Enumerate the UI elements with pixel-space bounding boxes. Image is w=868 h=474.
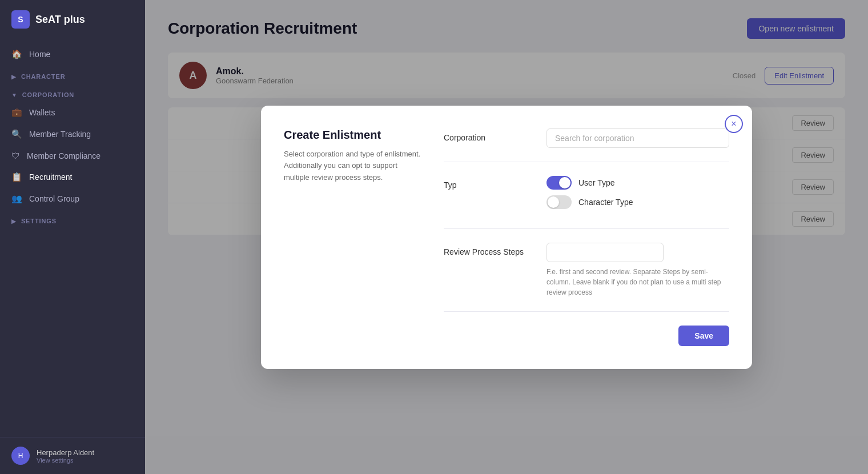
review-steps-field-area: F.e. first and second review. Separate S… <box>546 243 729 298</box>
sidebar-item-home[interactable]: 🏠 Home <box>0 43 145 65</box>
typ-form-group: Typ User Type <box>444 176 729 229</box>
view-settings-link[interactable]: View settings <box>37 457 94 464</box>
create-enlistment-modal: × Create Enlistment Select corporation a… <box>261 106 752 369</box>
review-steps-hint: F.e. first and second review. Separate S… <box>546 267 729 298</box>
modal-close-button[interactable]: × <box>725 115 743 133</box>
review-steps-form-group: Review Process Steps F.e. first and seco… <box>444 243 729 312</box>
sidebar-item-label: Home <box>29 50 50 59</box>
user-type-label: User Type <box>578 178 615 187</box>
character-type-toggle-knob <box>548 196 559 208</box>
sidebar-footer[interactable]: H Herpaderp Aldent View settings <box>0 437 145 474</box>
corporation-arrow-icon: ▼ <box>11 92 18 98</box>
character-section-label[interactable]: ▶ CHARACTER <box>0 65 145 83</box>
sidebar-item-wallets[interactable]: 💼 Wallets <box>0 102 145 123</box>
modal-footer: Save <box>444 326 729 346</box>
save-button[interactable]: Save <box>678 326 729 346</box>
logo-icon: S <box>11 10 30 29</box>
sidebar-item-member-compliance[interactable]: 🛡 Member Compliance <box>0 145 145 166</box>
modal-left-panel: Create Enlistment Select corporation and… <box>284 128 421 346</box>
review-steps-label: Review Process Steps <box>444 243 535 256</box>
corporation-form-group: Corporation <box>444 128 729 162</box>
corporation-search-input[interactable] <box>546 128 729 148</box>
home-icon: 🏠 <box>11 49 22 59</box>
app-logo[interactable]: S SeAT plus <box>0 0 145 39</box>
avatar: H <box>11 447 30 465</box>
modal-overlay[interactable]: × Create Enlistment Select corporation a… <box>145 0 868 474</box>
typ-label: Typ <box>444 176 535 190</box>
sidebar-item-label: Control Group <box>29 194 79 203</box>
corporation-section-text: CORPORATION <box>22 91 74 98</box>
character-section-text: CHARACTER <box>21 73 66 80</box>
user-type-toggle-knob <box>559 177 570 188</box>
recruitment-icon: 📋 <box>11 172 22 182</box>
modal-form: Corporation Typ <box>444 128 729 346</box>
sidebar-nav: 🏠 Home ▶ CHARACTER ▼ CORPORATION 💼 Walle… <box>0 39 145 437</box>
character-arrow-icon: ▶ <box>11 74 17 80</box>
character-type-toggle[interactable] <box>546 195 572 209</box>
sidebar-item-control-group[interactable]: 👥 Control Group <box>0 188 145 210</box>
character-type-label: Character Type <box>578 198 633 207</box>
sidebar-item-label: Member Compliance <box>27 151 101 160</box>
type-options: User Type Character Type <box>546 176 729 215</box>
sidebar-item-recruitment[interactable]: 📋 Recruitment <box>0 166 145 188</box>
member-tracking-icon: 🔍 <box>11 129 22 139</box>
corporation-label: Corporation <box>444 128 535 142</box>
app-name: SeAT plus <box>35 14 85 26</box>
modal-description: Select corporation and type of enlistmen… <box>284 148 421 184</box>
sidebar-item-label: Recruitment <box>29 172 72 182</box>
corporation-section-label[interactable]: ▼ CORPORATION <box>0 83 145 102</box>
user-type-toggle[interactable] <box>546 176 572 190</box>
modal-body: Create Enlistment Select corporation and… <box>284 128 729 346</box>
main-content: Corporation Recruitment Open new enlistm… <box>145 0 868 474</box>
user-name: Herpaderp Aldent <box>37 448 94 457</box>
member-compliance-icon: 🛡 <box>11 151 20 160</box>
sidebar-item-label: Wallets <box>29 108 55 117</box>
modal-title: Create Enlistment <box>284 128 421 142</box>
settings-section-label[interactable]: ▶ SETTINGS <box>0 210 145 228</box>
settings-section-text: SETTINGS <box>21 218 57 224</box>
user-type-option: User Type <box>546 176 729 190</box>
footer-user-info: Herpaderp Aldent View settings <box>37 448 94 464</box>
settings-arrow-icon: ▶ <box>11 218 17 224</box>
character-type-option: Character Type <box>546 195 729 209</box>
review-steps-form-row: Review Process Steps F.e. first and seco… <box>444 243 729 298</box>
typ-form-row: Typ User Type <box>444 176 729 215</box>
sidebar: S SeAT plus 🏠 Home ▶ CHARACTER ▼ CORPORA… <box>0 0 145 474</box>
wallets-icon: 💼 <box>11 107 22 118</box>
sidebar-item-member-tracking[interactable]: 🔍 Member Tracking <box>0 123 145 145</box>
corporation-form-row: Corporation <box>444 128 729 148</box>
review-steps-input[interactable] <box>546 243 664 262</box>
sidebar-item-label: Member Tracking <box>29 130 91 139</box>
control-group-icon: 👥 <box>11 194 22 204</box>
